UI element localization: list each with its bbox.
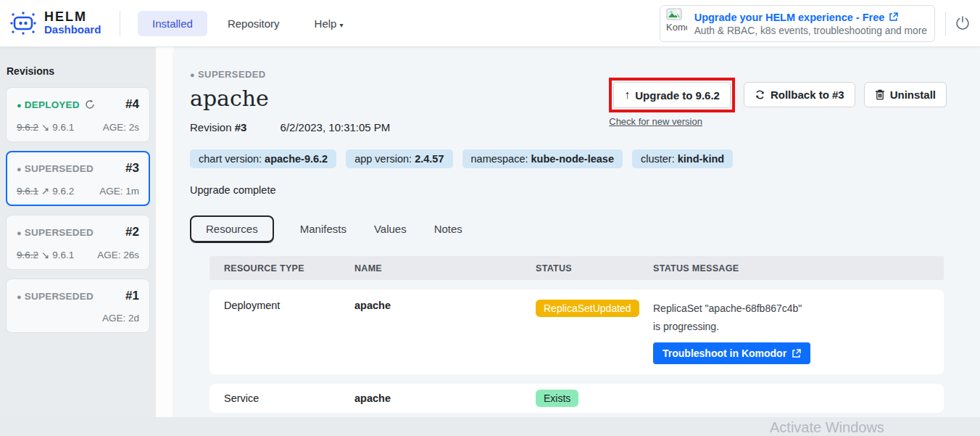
up-arrow-icon: ↑ xyxy=(624,89,630,102)
komodor-promo-banner[interactable]: Komod Upgrade your HELM experience - Fre… xyxy=(660,5,935,42)
tab-values[interactable]: Values xyxy=(373,216,408,242)
namespace-chip: namespace: kube-node-lease xyxy=(462,149,623,168)
komodor-broken-image: Komod xyxy=(666,8,687,39)
main-nav: Installed Repository Help▾ xyxy=(138,11,357,36)
logo-line2: Dashboard xyxy=(44,24,101,36)
status-dot-icon: ● xyxy=(190,70,195,79)
revision-number: #4 xyxy=(125,97,139,112)
cluster-chip: cluster: kind-kind xyxy=(632,149,733,168)
reload-icon xyxy=(85,99,95,110)
resource-name-cell: apache xyxy=(354,392,536,404)
trash-icon xyxy=(875,89,885,100)
table-row-service: Service apache Exists xyxy=(209,384,944,413)
version-change: 9.6.1↗9.6.2 xyxy=(17,185,74,197)
resource-name-cell: apache xyxy=(354,300,536,311)
revisions-sidebar: Revisions ●DEPLOYED #4 9.6.2↘9.6.1 AGE: … xyxy=(0,47,156,436)
revision-card-1[interactable]: ●SUPERSEDED #1 AGE: 2d xyxy=(6,279,150,333)
nav-item-repository[interactable]: Repository xyxy=(213,11,294,36)
revision-age: AGE: 1m xyxy=(99,186,139,197)
revision-status: ●SUPERSEDED xyxy=(17,163,94,174)
check-new-version-link[interactable]: Check for new version xyxy=(609,116,735,127)
revision-number: #2 xyxy=(125,225,139,239)
revision-age: AGE: 2s xyxy=(103,122,139,133)
revision-number: #1 xyxy=(125,289,139,303)
table-row-deployment: Deployment apache ReplicaSetUpdated Repl… xyxy=(209,289,944,374)
caret-down-icon: ▾ xyxy=(339,21,343,29)
trend-down-icon: ↘ xyxy=(41,250,49,260)
bottom-band: Activate Windows xyxy=(0,417,980,436)
nav-item-help[interactable]: Help▾ xyxy=(300,11,358,36)
uninstall-button[interactable]: Uninstall xyxy=(864,82,947,107)
revision-number: #3 xyxy=(125,161,139,176)
revision-status: ●SUPERSEDED xyxy=(17,227,94,238)
revision-age: AGE: 2d xyxy=(102,313,139,324)
status-badge: ReplicaSetUpdated xyxy=(536,300,639,317)
rollback-icon xyxy=(755,89,765,100)
release-detail-panel: ●SUPERSEDED apache Revision #3 6/2/2023,… xyxy=(174,47,980,417)
rollback-button[interactable]: Rollback to #3 xyxy=(744,82,855,107)
upgrade-button[interactable]: ↑ Upgrade to 9.6.2 xyxy=(613,82,731,108)
helm-logo-icon xyxy=(9,9,38,38)
col-name: NAME xyxy=(354,263,536,273)
revision-card-3-selected[interactable]: ●SUPERSEDED #3 9.6.1↗9.6.2 AGE: 1m xyxy=(6,151,150,206)
status-dot-icon: ● xyxy=(17,165,22,173)
nav-item-installed[interactable]: Installed xyxy=(138,11,207,36)
logo-line1: HELM xyxy=(44,10,101,24)
external-link-icon xyxy=(792,349,801,358)
nav-divider xyxy=(120,11,120,36)
table-header-row: RESOURCE TYPE NAME STATUS STATUS MESSAGE xyxy=(209,256,944,280)
content-gutter xyxy=(156,47,174,417)
detail-tabs: Resources Manifests Values Notes xyxy=(190,215,980,242)
revision-number: #3 xyxy=(235,121,247,133)
release-actions: ↑ Upgrade to 9.6.2 Check for new version… xyxy=(609,78,947,127)
status-dot-icon: ● xyxy=(17,229,22,237)
revision-age: AGE: 26s xyxy=(97,250,139,260)
revision-date: 6/2/2023, 10:31:05 PM xyxy=(281,121,391,133)
resources-table: RESOURCE TYPE NAME STATUS STATUS MESSAGE… xyxy=(209,256,944,413)
status-message-cell: ReplicaSet "apache-68fb867c4b" is progre… xyxy=(653,300,809,336)
revisions-title: Revisions xyxy=(7,65,150,77)
resource-type-cell: Service xyxy=(224,392,354,404)
trend-down-icon: ↘ xyxy=(41,122,49,133)
col-status: STATUS xyxy=(536,263,653,273)
version-change: 9.6.2↘9.6.1 xyxy=(17,249,74,260)
resource-type-cell: Deployment xyxy=(224,300,354,311)
top-navbar: HELM Dashboard Installed Repository Help… xyxy=(0,0,980,47)
status-dot-icon: ● xyxy=(17,292,22,301)
power-icon[interactable] xyxy=(955,15,971,31)
tab-notes[interactable]: Notes xyxy=(433,216,464,242)
chart-version-chip: chart version: apache-9.6.2 xyxy=(190,149,336,168)
upgrade-annotation-box: ↑ Upgrade to 9.6.2 xyxy=(609,78,735,112)
helm-dashboard-logo[interactable]: HELM Dashboard xyxy=(0,9,120,38)
app-version-chip: app version: 2.4.57 xyxy=(346,149,452,168)
release-status-message: Upgrade complete xyxy=(190,184,980,196)
troubleshoot-komodor-button[interactable]: Troubleshoot in Komodor xyxy=(653,342,810,364)
col-status-message: STATUS MESSAGE xyxy=(653,263,944,273)
tab-resources[interactable]: Resources xyxy=(190,215,274,242)
external-link-icon xyxy=(889,12,898,22)
tab-manifests[interactable]: Manifests xyxy=(299,216,348,242)
komodor-image-alt-text: Komod xyxy=(666,22,687,33)
banner-title[interactable]: Upgrade your HELM experience - Free xyxy=(694,12,927,23)
status-dot-icon: ● xyxy=(17,101,22,110)
revision-status: ●DEPLOYED xyxy=(17,99,80,110)
revision-card-4[interactable]: ●DEPLOYED #4 9.6.2↘9.6.1 AGE: 2s xyxy=(6,87,150,142)
activate-windows-watermark: Activate Windows xyxy=(770,419,884,436)
status-badge: Exists xyxy=(536,390,578,407)
version-change: 9.6.2↘9.6.1 xyxy=(17,121,74,133)
col-resource-type: RESOURCE TYPE xyxy=(224,263,354,273)
revision-status: ●SUPERSEDED xyxy=(17,291,94,302)
banner-subtitle: Auth & RBAC, k8s events, troubleshooting… xyxy=(694,25,927,36)
nav-divider-right xyxy=(945,12,946,36)
revision-card-2[interactable]: ●SUPERSEDED #2 9.6.2↘9.6.1 AGE: 26s xyxy=(6,215,150,270)
release-meta-chips: chart version: apache-9.6.2 app version:… xyxy=(190,149,980,168)
trend-up-icon: ↗ xyxy=(41,186,49,197)
